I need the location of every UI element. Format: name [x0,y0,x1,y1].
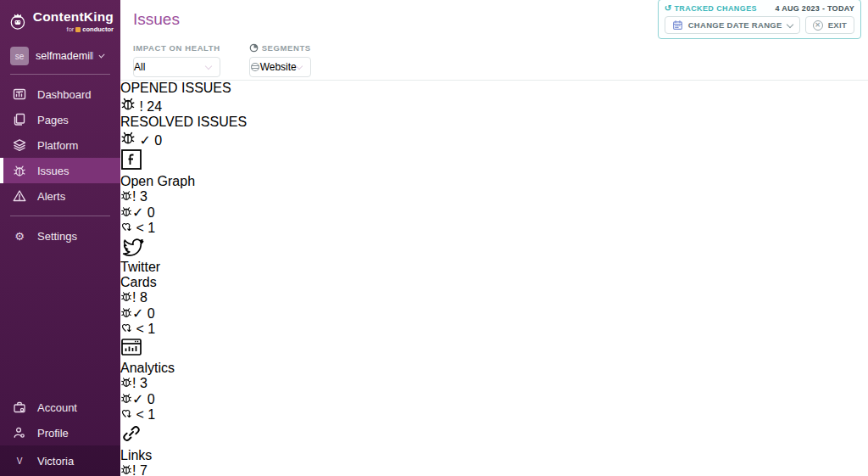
resolved-count-chip: ✓ 0 [120,204,868,221]
account-switcher[interactable]: se selfmademillenn... [0,42,120,74]
gear-icon: ⚙ [13,230,26,243]
content: OPENED ISSUES ! 24 RESOLVED ISSUES [120,81,868,476]
logo-brand: conductor [82,25,114,33]
segment-globe-icon [250,62,260,72]
facebook-icon [120,148,142,171]
change-date-range-button[interactable]: CHANGE DATE RANGE [665,16,800,34]
sidebar-item-label: Alerts [37,190,65,203]
issue-category-links[interactable]: Links ! 7 ✓ 0 [120,423,868,476]
opened-issues-summary: OPENED ISSUES ! 24 [120,81,868,115]
health-impact-chip: < 1 [120,221,868,236]
platform-icon [13,138,26,152]
category-title: Links [120,448,868,463]
sidebar-bottom: Account Profile V Victoria [0,395,120,476]
sidebar-item-account[interactable]: Account [0,395,120,420]
sidebar-item-issues[interactable]: Issues [0,158,120,183]
health-down-icon [120,322,132,333]
category-title: Twitter Cards [120,260,178,290]
resolved-count-chip: ✓ 0 [120,391,868,407]
impact-filter-label: IMPACT ON HEALTH [133,43,220,53]
sidebar-item-platform[interactable]: Platform [0,132,120,158]
exit-label: EXIT [828,20,847,30]
opened-count-chip: ! 7 [120,463,868,476]
logo-title: ContentKing [33,9,114,25]
exit-button[interactable]: ✕ EXIT [805,16,854,34]
issue-category-twitter-cards[interactable]: Twitter Cards ! 8 ✓ 0 [120,236,868,337]
sidebar-item-pages[interactable]: Pages [0,107,120,132]
sidebar-item-profile[interactable]: Profile [0,420,120,445]
link-icon [120,423,142,445]
category-title: Open Graph [120,174,868,189]
dashboard-icon [13,87,26,101]
sidebar-divider [10,216,110,216]
account-name: selfmademillenn... [36,50,93,62]
chevron-down-icon [786,20,793,27]
segments-filter-select[interactable]: Website [249,57,311,77]
sidebar-item-settings[interactable]: ⚙ Settings [0,223,120,249]
pages-icon [13,113,26,126]
contentking-logo-icon [8,8,27,35]
category-title: Analytics [120,361,868,376]
bug-opened-icon: ! [120,99,147,114]
bug-opened-icon: ! [120,463,140,476]
close-circle-icon: ✕ [813,20,823,31]
issues-list-column: OPENED ISSUES ! 24 RESOLVED ISSUES [120,81,868,476]
segments-filter-label: SEGMENTS [262,43,311,53]
health-down-icon [120,407,132,419]
bug-resolved-icon: ✓ [120,306,147,321]
twitter-bird-icon [120,236,144,256]
tracked-changes-panel: ↺ TRACKED CHANGES 4 AUG 2023 - TODAY CHA… [658,0,861,39]
page-title: Issues [133,10,180,29]
impact-filter-group: IMPACT ON HEALTH All [133,43,220,80]
sidebar-item-label: Settings [37,230,77,243]
health-down-icon [120,221,132,232]
resolved-count-chip: ✓ 0 [120,305,868,322]
logo-for-label: for [67,25,75,33]
tracked-date-range: 4 AUG 2023 - TODAY [775,4,854,13]
opened-issues-count: 24 [147,99,162,114]
issue-category-analytics[interactable]: Analytics ! 3 ✓ 0 [120,337,868,423]
issue-category-open-graph[interactable]: Open Graph ! 3 ✓ 0 [120,148,868,236]
calendar-icon [672,20,683,31]
chevron-down-icon [98,52,104,58]
analytics-icon [120,337,142,357]
bug-opened-icon: ! [120,189,140,204]
filter-bar: IMPACT ON HEALTH All SEGMENTS [120,38,868,81]
issues-summary-card: OPENED ISSUES ! 24 RESOLVED ISSUES [120,81,868,148]
health-impact-chip: < 1 [120,407,868,423]
sidebar-item-label: Platform [37,139,78,152]
person-gear-icon [13,426,26,440]
chevron-down-icon [204,62,211,69]
sidebar-item-victoria[interactable]: V Victoria [0,445,120,476]
tracked-changes-label: TRACKED CHANGES [674,4,757,13]
sidebar-item-label: Pages [37,114,69,126]
change-date-range-label: CHANGE DATE RANGE [688,20,782,30]
history-icon: ↺ [665,3,672,13]
conductor-mark-icon [75,27,81,32]
app-logo[interactable]: ContentKing for conductor [0,0,120,42]
bug-opened-icon: ! [120,290,140,305]
sidebar-item-dashboard[interactable]: Dashboard [0,81,120,107]
sidebar-item-alerts[interactable]: Alerts [0,183,120,209]
sidebar-item-label: Profile [37,427,69,440]
sidebar-divider [10,74,110,75]
resolved-issues-label: RESOLVED ISSUES [120,115,868,130]
sidebar-item-label: Dashboard [37,88,92,101]
opened-issues-label: OPENED ISSUES [120,81,868,96]
account-avatar: se [10,47,29,65]
sidebar-item-label: Victoria [37,455,74,468]
bug-icon [13,164,26,177]
segments-filter-value: Website [260,61,297,73]
resolved-issues-summary: RESOLVED ISSUES ✓ 0 [120,115,868,148]
impact-filter-select[interactable]: All [133,57,220,77]
health-impact-chip: < 1 [120,322,868,337]
resolved-issues-count: 0 [154,133,162,148]
sidebar-item-label: Issues [37,165,70,177]
opened-count-chip: ! 3 [120,189,868,204]
opened-count-chip: ! 3 [120,376,868,391]
logo-text: ContentKing for conductor [33,9,114,33]
main-area: Issues ↺ TRACKED CHANGES 4 AUG 2023 - TO… [120,0,868,476]
opened-count-chip: ! 8 [120,290,868,305]
bug-opened-icon: ! [120,376,140,390]
bug-resolved-icon: ✓ [120,205,147,220]
